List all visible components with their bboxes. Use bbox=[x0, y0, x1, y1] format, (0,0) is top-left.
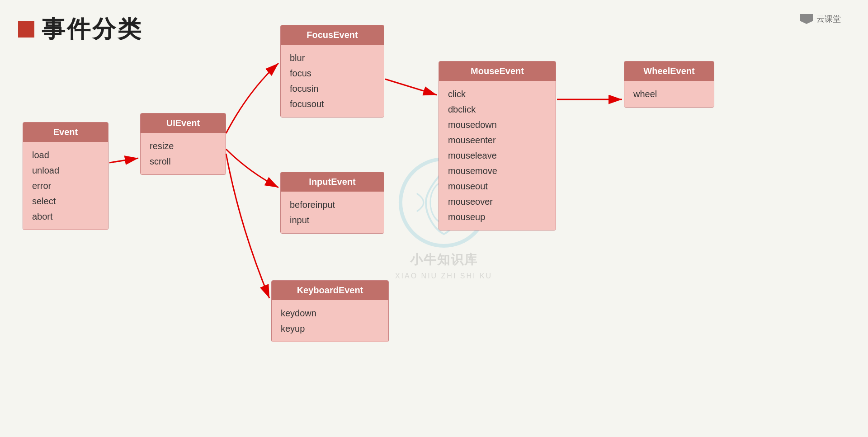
page-title: 事件分类 bbox=[18, 14, 143, 45]
brand-logo: 云课堂 bbox=[800, 14, 841, 24]
event-box-body: loadunloaderrorselectabort bbox=[23, 142, 108, 230]
svg-line-2 bbox=[109, 158, 138, 163]
uievent-box-header: UIEvent bbox=[141, 113, 226, 133]
focusevent-box: FocusEvent blurfocusfocusinfocusout bbox=[280, 25, 384, 117]
focusevent-box-header: FocusEvent bbox=[281, 25, 384, 45]
uievent-box-body: resizescroll bbox=[141, 133, 226, 174]
inputevent-box: InputEvent beforeinputinput bbox=[280, 172, 384, 234]
svg-line-3 bbox=[385, 79, 437, 95]
wheelevent-box-body: wheel bbox=[624, 81, 714, 107]
mouseevent-box: MouseEvent clickdbclickmousedownmouseent… bbox=[439, 61, 556, 230]
brand-icon bbox=[800, 14, 813, 24]
mouseevent-box-body: clickdbclickmousedownmouseentermouseleav… bbox=[439, 81, 556, 230]
inputevent-box-header: InputEvent bbox=[281, 172, 384, 192]
title-text: 事件分类 bbox=[42, 14, 143, 45]
event-box-header: Event bbox=[23, 122, 108, 142]
keyboardevent-box: KeyboardEvent keydownkeyup bbox=[271, 280, 389, 342]
inputevent-box-body: beforeinputinput bbox=[281, 192, 384, 233]
wheelevent-box: WheelEvent wheel bbox=[624, 61, 714, 108]
title-icon bbox=[18, 21, 34, 38]
wheelevent-box-header: WheelEvent bbox=[624, 61, 714, 81]
watermark-cn: 小牛知识库 bbox=[410, 251, 478, 268]
mouseevent-box-header: MouseEvent bbox=[439, 61, 556, 81]
arrows-overlay bbox=[0, 0, 868, 437]
watermark-en: XIAO NIU ZHI SHI KU bbox=[395, 272, 492, 280]
event-box: Event loadunloaderrorselectabort bbox=[23, 122, 108, 230]
keyboardevent-box-body: keydownkeyup bbox=[272, 300, 388, 342]
keyboardevent-box-header: KeyboardEvent bbox=[272, 281, 388, 300]
brand-name: 云课堂 bbox=[816, 14, 841, 24]
focusevent-box-body: blurfocusfocusinfocusout bbox=[281, 45, 384, 117]
uievent-box: UIEvent resizescroll bbox=[140, 113, 226, 175]
